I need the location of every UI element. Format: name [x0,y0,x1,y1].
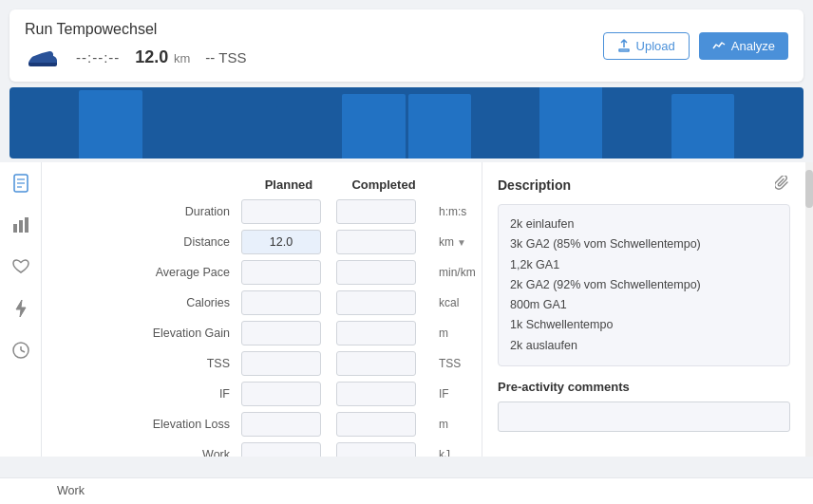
metric-row: Distancekm ▼ [61,230,463,254]
pre-activity-input[interactable] [498,401,790,432]
completed-header: Completed [336,177,431,192]
description-panel: Description 2k einlaufen3k GA2 (85% vom … [482,162,805,457]
chart-bar [737,121,800,159]
activity-time: --:--:-- [76,49,120,65]
planned-header: Planned [241,177,336,192]
metric-planned-input[interactable] [241,382,321,406]
svg-point-1 [51,63,55,66]
metric-row: Calorieskcal [61,290,463,315]
scrollbar-thumb[interactable] [805,170,813,208]
sidebar-item-heart[interactable] [8,253,34,280]
metric-unit: min/km [431,266,482,279]
metric-planned-input[interactable] [241,321,321,345]
chart-bar [408,94,471,159]
metric-label: Distance [70,235,241,249]
metric-label: Average Pace [70,266,241,279]
metric-row: Elevation Gainm [61,321,463,345]
sidebar-item-lightning[interactable] [8,295,34,322]
description-box: 2k einlaufen3k GA2 (85% vom Schwellentem… [498,204,790,366]
document-icon [12,174,29,193]
activity-stats: --:--:-- 12.0 km -- TSS [25,44,246,70]
metric-label: Calories [70,296,241,309]
sidebar-item-chart[interactable] [8,212,34,238]
metric-unit: m [431,418,482,431]
chart-bar [342,94,405,159]
metric-completed-input[interactable] [336,260,416,285]
attachment-icon[interactable] [775,176,790,195]
metric-row: TSSTSS [61,351,463,376]
analyze-icon [712,39,726,52]
metric-completed-input[interactable] [336,382,416,406]
metric-row: WorkkJ [61,442,463,457]
metric-label: Duration [70,205,241,218]
description-line: 2k GA2 (92% vom Schwellentempo) [510,275,778,295]
metric-completed-input[interactable] [336,290,416,315]
metric-completed-input[interactable] [336,199,416,224]
metric-row: Elevation Lossm [61,412,463,437]
svg-point-0 [30,63,34,66]
metric-completed-input[interactable] [336,351,416,376]
tab-bar: Work [0,477,813,504]
description-line: 800m GA1 [510,295,778,315]
metric-planned-input[interactable] [241,230,321,254]
analyze-button[interactable]: Analyze [699,32,788,60]
heart-icon [12,259,29,274]
metric-planned-input[interactable] [241,290,321,315]
chart-bar [539,87,602,159]
metric-row: Average Pacemin/km [61,260,463,285]
activity-tss: -- TSS [205,49,246,65]
metric-label: IF [70,387,241,401]
header-actions: Upload Analyze [603,32,788,60]
metrics-header: Planned Completed [61,177,463,192]
svg-rect-6 [13,224,17,233]
metric-label: TSS [70,357,241,370]
description-line: 2k einlaufen [510,215,778,234]
metric-planned-input[interactable] [241,412,321,437]
metric-unit: km ▼ [431,235,482,249]
lightning-icon [14,299,28,318]
metric-planned-input[interactable] [241,260,321,285]
metric-label: Elevation Loss [70,418,241,431]
activity-title: Run Tempowechsel [25,21,246,38]
clock-icon [12,342,29,359]
chart-bar [13,106,76,159]
metric-completed-input[interactable] [336,230,416,254]
activity-chart [9,87,804,159]
activity-header: Run Tempowechsel --:--:-- 12.0 km -- TSS [9,9,804,82]
metric-completed-input[interactable] [336,412,416,437]
description-line: 1k Schwellentempo [510,315,778,335]
metric-row: IFIF [61,382,463,406]
upload-button[interactable]: Upload [603,32,690,60]
metric-planned-input[interactable] [241,442,321,457]
tab-work[interactable]: Work [42,478,100,504]
metric-row: Durationh:m:s [61,199,463,224]
sidebar-item-document[interactable] [8,170,34,196]
metric-unit: kJ [431,448,482,457]
metric-planned-input[interactable] [241,199,321,224]
chart-bar [671,94,734,159]
upload-icon [617,39,631,52]
svg-rect-8 [25,217,28,233]
description-title: Description [498,177,571,193]
metric-unit: kcal [431,296,482,309]
pre-activity-title: Pre-activity comments [498,380,790,394]
chart-bar [145,106,208,159]
chart-bar [474,106,537,159]
chart-bar [211,130,274,159]
chart-bar-icon [12,216,29,233]
metric-planned-input[interactable] [241,351,321,376]
description-line: 1,2k GA1 [510,255,778,275]
metric-unit: TSS [431,357,482,370]
metric-unit: m [431,327,482,340]
scrollbar-track[interactable] [805,162,813,457]
metric-completed-input[interactable] [336,442,416,457]
metric-label: Elevation Gain [70,327,241,340]
metric-completed-input[interactable] [336,321,416,345]
dropdown-arrow-icon[interactable]: ▼ [457,237,466,248]
metric-unit: h:m:s [431,205,482,218]
metric-unit: IF [431,387,482,401]
shoe-icon [25,44,61,70]
sidebar [0,162,42,457]
description-line: 2k auslaufen [510,336,778,356]
sidebar-item-clock[interactable] [8,337,34,364]
